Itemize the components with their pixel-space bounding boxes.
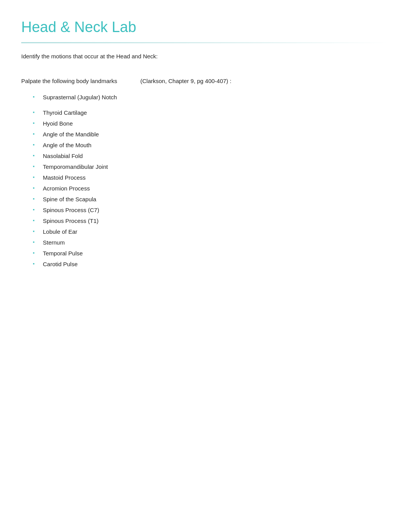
- landmark-text: Suprasternal (Jugular) Notch: [43, 93, 389, 102]
- list-item: ▪Temporomandibular Joint: [33, 162, 389, 172]
- list-item: ▪Spine of the Scapula: [33, 195, 389, 204]
- bullet-icon: ▪: [33, 238, 41, 246]
- list-item: ▪Nasolabial Fold: [33, 151, 389, 161]
- landmark-text: Temporomandibular Joint: [43, 162, 389, 172]
- list-item: ▪Suprasternal (Jugular) Notch: [33, 93, 389, 102]
- list-item: ▪Hyoid Bone: [33, 119, 389, 128]
- bullet-icon: ▪: [33, 119, 41, 127]
- section-label: Palpate the following body landmarks: [21, 76, 117, 86]
- list-item: ▪Carotid Pulse: [33, 260, 389, 269]
- bullet-icon: ▪: [33, 93, 41, 101]
- landmark-text: Carotid Pulse: [43, 260, 389, 269]
- section-ref: (Clarkson, Chapter 9, pg 400-407) :: [140, 76, 231, 86]
- bullet-icon: ▪: [33, 249, 41, 257]
- list-item: ▪Lobule of Ear: [33, 227, 389, 236]
- page-title: Head & Neck Lab: [21, 15, 389, 39]
- bullet-icon: ▪: [33, 152, 41, 160]
- bullet-icon: ▪: [33, 217, 41, 225]
- bullet-icon: ▪: [33, 184, 41, 192]
- list-item: ▪Mastoid Process: [33, 173, 389, 182]
- bullet-icon: ▪: [33, 130, 41, 138]
- title-divider: [21, 42, 389, 43]
- landmark-text: Spinous Process (T1): [43, 216, 389, 226]
- section-header: Palpate the following body landmarks (Cl…: [21, 76, 389, 86]
- bullet-icon: ▪: [33, 260, 41, 268]
- list-item: ▪Sternum: [33, 238, 389, 247]
- list-item: ▪Spinous Process (C7): [33, 206, 389, 215]
- bullet-icon: ▪: [33, 173, 41, 182]
- list-item: ▪Spinous Process (T1): [33, 216, 389, 226]
- landmark-text: Lobule of Ear: [43, 227, 389, 236]
- landmark-text: Angle of the Mandible: [43, 130, 389, 139]
- bullet-icon: ▪: [33, 228, 41, 236]
- list-item: ▪Temporal Pulse: [33, 249, 389, 258]
- landmark-text: Hyoid Bone: [43, 119, 389, 128]
- list-item: ▪Angle of the Mouth: [33, 141, 389, 150]
- landmark-text: Nasolabial Fold: [43, 151, 389, 161]
- bullet-icon: ▪: [33, 163, 41, 171]
- bullet-icon: ▪: [33, 109, 41, 117]
- landmark-text: Mastoid Process: [43, 173, 389, 182]
- landmark-text: Spinous Process (C7): [43, 206, 389, 215]
- bullet-icon: ▪: [33, 195, 41, 203]
- list-item: ▪Angle of the Mandible: [33, 130, 389, 139]
- bullet-icon: ▪: [33, 141, 41, 149]
- landmark-text: Spine of the Scapula: [43, 195, 389, 204]
- landmark-text: Thyroid Cartilage: [43, 108, 389, 117]
- bullet-icon: ▪: [33, 206, 41, 214]
- landmark-list: ▪Suprasternal (Jugular) Notch▪Thyroid Ca…: [21, 93, 389, 269]
- landmark-text: Acromion Process: [43, 184, 389, 193]
- list-item: ▪Thyroid Cartilage: [33, 108, 389, 117]
- intro-text: Identify the motions that occur at the H…: [21, 52, 389, 61]
- landmark-text: Angle of the Mouth: [43, 141, 389, 150]
- landmark-text: Temporal Pulse: [43, 249, 389, 258]
- landmark-text: Sternum: [43, 238, 389, 247]
- list-item: ▪Acromion Process: [33, 184, 389, 193]
